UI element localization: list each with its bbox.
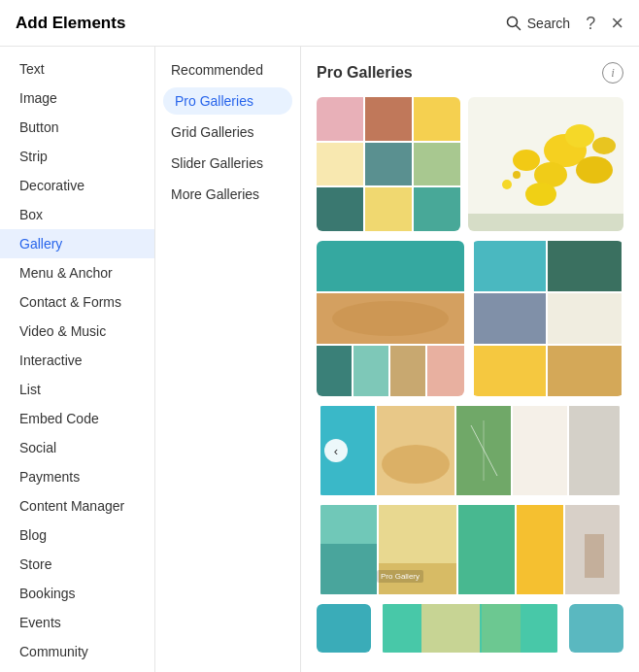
header: Add Elements Search ? × [0,0,639,47]
gallery-thumb-6[interactable]: Pro Gallery [317,505,623,594]
sidebar-item-embed-code[interactable]: Embed Code [0,404,154,433]
sidebar-item-decorative[interactable]: Decorative [0,171,154,200]
gallery-overlay-text: Pro Gallery [377,570,423,583]
sidebar-item-store[interactable]: Store [0,550,154,579]
section-title: Pro Galleries [317,64,413,82]
sidebar-item-content-manager[interactable]: Content Manager [0,491,154,521]
svg-point-17 [592,137,616,154]
gallery-thumb-1[interactable] [317,97,460,231]
mid-item-grid-galleries[interactable]: Grid Galleries [155,117,300,148]
svg-rect-6 [365,143,412,185]
gallery-row-4: Pro Gallery [317,505,623,594]
svg-rect-28 [427,346,464,396]
help-icon: ? [586,14,595,33]
svg-point-16 [513,150,540,171]
sidebar-item-menu-anchor[interactable]: Menu & Anchor [0,258,154,287]
mid-item-more-galleries[interactable]: More Galleries [155,179,300,210]
gallery-thumb-3[interactable] [317,241,464,396]
gallery-thumb-5[interactable]: ‹ [317,406,623,495]
gallery-thumb-4[interactable] [472,241,623,396]
sidebar-item-text[interactable]: Text [0,54,154,84]
gallery-thumb-9[interactable] [569,604,623,653]
gallery-thumb-2[interactable] [468,97,623,231]
svg-point-13 [576,156,613,184]
svg-rect-22 [317,241,464,291]
svg-rect-5 [317,143,363,185]
svg-rect-31 [474,293,546,344]
svg-rect-54 [482,604,521,653]
svg-rect-44 [320,544,377,594]
svg-rect-7 [414,143,460,185]
mid-item-recommended[interactable]: Recommended [155,54,300,85]
help-button[interactable]: ? [586,15,595,32]
body: Text Image Button Strip Decorative Box G… [0,47,639,672]
svg-rect-3 [365,97,412,141]
gallery-row-3: ‹ [317,406,623,495]
mid-item-pro-galleries[interactable]: Pro Galleries [163,87,292,115]
svg-rect-34 [548,346,622,396]
svg-rect-42 [569,406,620,495]
svg-point-18 [525,183,556,206]
svg-line-1 [516,25,520,29]
sidebar-item-interactive[interactable]: Interactive [0,346,154,375]
svg-rect-10 [414,187,460,231]
sidebar-item-my-designs[interactable]: My Designs [0,666,154,672]
close-icon: × [611,11,623,35]
svg-point-15 [565,124,594,148]
gallery-row-5 [317,604,623,653]
sidebar-item-video-music[interactable]: Video & Music [0,317,154,346]
svg-point-19 [502,180,512,189]
svg-rect-48 [517,505,563,594]
sidebar-item-button[interactable]: Button [0,113,154,142]
search-label: Search [527,16,570,31]
svg-rect-29 [474,241,546,291]
svg-rect-55 [569,604,623,653]
svg-rect-27 [390,346,425,396]
svg-rect-41 [513,406,567,495]
svg-rect-2 [317,97,363,141]
main-content: Pro Galleries i [301,47,639,672]
sidebar-mid: Recommended Pro Galleries Grid Galleries… [155,47,301,672]
gallery-thumb-7[interactable] [317,604,371,653]
svg-rect-30 [548,241,622,291]
svg-rect-4 [414,97,460,141]
svg-rect-33 [474,346,546,396]
svg-rect-51 [317,604,371,653]
svg-rect-53 [421,604,480,653]
close-button[interactable]: × [611,13,623,34]
sidebar-item-contact-forms[interactable]: Contact & Forms [0,287,154,317]
slider-prev-arrow[interactable]: ‹ [324,439,348,462]
gallery-thumb-8[interactable] [379,604,561,653]
gallery-row-2 [317,241,623,396]
svg-rect-32 [548,293,622,344]
svg-rect-8 [317,187,363,231]
sidebar-item-bookings[interactable]: Bookings [0,579,154,608]
sidebar-item-community[interactable]: Community [0,637,154,666]
sidebar-item-box[interactable]: Box [0,200,154,229]
svg-rect-50 [585,534,604,578]
svg-rect-26 [353,346,388,396]
svg-point-24 [332,301,449,336]
sidebar-item-events[interactable]: Events [0,608,154,637]
sidebar-item-list[interactable]: List [0,375,154,404]
svg-rect-21 [468,214,623,231]
sidebar-item-image[interactable]: Image [0,84,154,113]
header-actions: Search ? × [506,13,623,34]
sidebar-item-payments[interactable]: Payments [0,462,154,491]
page-title: Add Elements [16,14,125,33]
sidebar-item-strip[interactable]: Strip [0,142,154,171]
search-button[interactable]: Search [506,16,570,31]
svg-point-20 [513,171,521,179]
info-icon[interactable]: i [602,62,623,84]
sidebar-item-gallery[interactable]: Gallery [0,229,154,258]
sidebar-item-blog[interactable]: Blog [0,521,154,550]
svg-rect-9 [365,187,412,231]
search-icon [506,16,521,31]
svg-rect-47 [458,505,515,594]
section-header: Pro Galleries i [317,62,623,84]
svg-rect-25 [317,346,352,396]
sidebar-item-social[interactable]: Social [0,433,154,462]
mid-item-slider-galleries[interactable]: Slider Galleries [155,148,300,179]
gallery-row-1 [317,97,623,231]
svg-point-37 [382,445,450,484]
